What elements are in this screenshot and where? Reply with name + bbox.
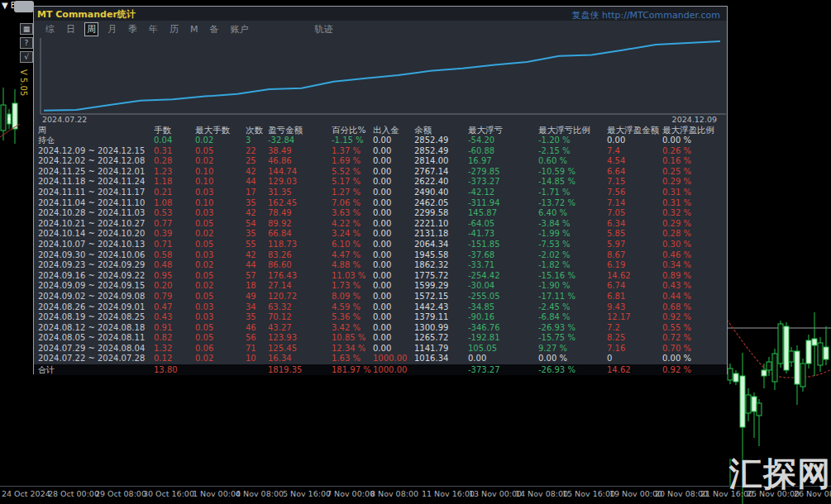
stat-value: 0.20 xyxy=(154,281,195,292)
stat-value: 1016.34 xyxy=(414,354,468,364)
screen: ▼ E ▦ ? √ V 5.05 24 Oct xyxy=(0,0,831,504)
week-label: 2024.09.30 ~ 2024.10.06 xyxy=(38,250,154,261)
stat-value: 34 xyxy=(246,302,268,313)
stat-value: -15.75 % xyxy=(538,333,607,344)
stat-value: 5.97 xyxy=(607,240,662,250)
stat-value: -2.02 % xyxy=(538,250,607,261)
stat-value: 0.82 xyxy=(154,333,195,344)
stat-value: 0.29 % xyxy=(662,219,727,230)
col-header: 盈亏金额 xyxy=(268,125,332,136)
toolbar-item-日[interactable]: 日 xyxy=(66,23,75,36)
col-header: 最大浮盈金额 xyxy=(607,125,662,136)
stat-value: 0.00 xyxy=(373,312,414,323)
stat-value: 2131.18 xyxy=(414,229,468,240)
stat-value: 0.05 xyxy=(195,333,246,344)
stat-value: -254.42 xyxy=(468,271,538,282)
toolbar-item-历[interactable]: 历 xyxy=(170,23,179,36)
stat-value: 38.49 xyxy=(268,146,332,157)
toolbar-item-账户[interactable]: 账户 xyxy=(231,23,249,36)
stat-value: 7.2 xyxy=(607,323,662,334)
table-row: 2024.11.18 ~ 2024.11.241.180.1044129.035… xyxy=(34,177,727,188)
stat-value: 0.00 xyxy=(373,136,414,146)
stat-value: 46 xyxy=(246,323,268,334)
stat-value: 0.03 xyxy=(195,208,246,219)
indicator-button[interactable]: ▦ xyxy=(20,23,33,35)
stat-value: 0.00 xyxy=(468,354,538,364)
stat-value: 0.71 xyxy=(154,240,195,250)
stat-value: -41.73 xyxy=(468,229,538,240)
stat-value: -255.05 xyxy=(468,292,538,302)
table-row: 2024.12.02 ~ 2024.12.080.280.022546.861.… xyxy=(34,156,727,167)
stat-value: 3.63 % xyxy=(332,208,373,219)
time-axis-label: 14 Nov 08:00 xyxy=(515,489,568,498)
confirm-button[interactable]: √ xyxy=(20,51,33,63)
toolbar-item-周[interactable]: 周 xyxy=(84,22,98,36)
stat-value: 1442.43 xyxy=(414,302,468,313)
stat-value: -14.85 % xyxy=(538,177,607,188)
stat-value: 0.00 xyxy=(373,344,414,354)
toolbar-item-月[interactable]: 月 xyxy=(107,23,117,36)
stat-value: 1.27 % xyxy=(332,188,373,198)
stat-value: 0.00 xyxy=(373,250,414,261)
stat-value: 1379.11 xyxy=(414,312,468,323)
stat-value: 105.05 xyxy=(468,344,538,354)
left-candlestick-chart xyxy=(0,83,20,147)
table-row: 2024.11.04 ~ 2024.11.101.080.1035162.457… xyxy=(34,198,727,209)
table-total-row: 合计13.801819.35181.97 %1000.00-373.27-26.… xyxy=(34,364,727,375)
stat-value: 0.03 xyxy=(195,312,246,323)
stat-value: 123.93 xyxy=(268,333,332,344)
stat-value: 0.00 xyxy=(373,146,414,157)
stat-value: 4.54 xyxy=(607,156,662,167)
stat-value: -346.76 xyxy=(468,323,538,334)
week-label: 2024.10.28 ~ 2024.11.03 xyxy=(38,208,154,219)
stat-value: 16.34 xyxy=(268,354,332,364)
stat-value: 0.25 % xyxy=(662,167,727,178)
stat-value: 1819.35 xyxy=(268,364,332,375)
stat-value: 144.74 xyxy=(268,167,332,178)
stat-value: -33.71 xyxy=(468,260,538,271)
toolbar-item-trajectory[interactable]: 轨迹 xyxy=(315,23,333,36)
stat-value: 0.68 % xyxy=(662,302,727,313)
stat-value: 0.39 xyxy=(154,229,195,240)
toolbar-item-季[interactable]: 季 xyxy=(128,23,137,36)
stat-value: 71 xyxy=(246,344,268,354)
stat-value: 86.60 xyxy=(268,260,332,271)
stat-value: 14.62 xyxy=(607,271,662,282)
stat-value: 5.17 % xyxy=(332,177,373,188)
stat-value: 35 xyxy=(246,198,268,209)
stat-value: 1.69 % xyxy=(332,156,373,167)
stat-value: 2814.00 xyxy=(414,156,468,167)
stat-value: 0.00 xyxy=(373,292,414,302)
stat-value: 0.70 % xyxy=(662,344,727,354)
stat-value: 0.00 xyxy=(373,219,414,230)
stat-value: 2852.49 xyxy=(414,146,468,157)
table-row: 2024.09.16 ~ 2024.09.220.950.0557176.431… xyxy=(34,271,727,282)
stat-value: 6.10 % xyxy=(332,240,373,250)
toolbar-item-M[interactable]: M xyxy=(190,24,198,35)
stat-value: -1.99 % xyxy=(538,229,607,240)
stat-value: 1572.15 xyxy=(414,292,468,302)
week-label: 2024.10.21 ~ 2024.10.27 xyxy=(38,219,154,230)
stat-value: -26.93 % xyxy=(538,364,607,375)
col-header: 余额 xyxy=(414,125,468,136)
stat-value: 1775.72 xyxy=(414,271,468,282)
stat-value: 0.16 % xyxy=(662,156,727,167)
vendor-link[interactable]: 复盘侠 http://MTCommander.com xyxy=(571,9,720,21)
stat-value: 125.45 xyxy=(268,344,332,354)
toolbar-item-备[interactable]: 备 xyxy=(210,23,219,36)
stat-value: 0.05 xyxy=(195,146,246,157)
stat-value: 0.05 xyxy=(195,323,246,334)
toolbar-item-综[interactable]: 综 xyxy=(45,23,55,36)
week-label: 2024.08.19 ~ 2024.08.25 xyxy=(38,312,154,323)
one-click-trading-box[interactable] xyxy=(14,1,34,12)
toolbar-item-年[interactable]: 年 xyxy=(149,23,158,36)
panel-titlebar[interactable]: MT Commander统计 复盘侠 http://MTCommander.co… xyxy=(34,7,727,21)
stat-value: 35 xyxy=(246,229,268,240)
week-label: 2024.10.14 ~ 2024.10.20 xyxy=(38,229,154,240)
stat-value: 18 xyxy=(246,281,268,292)
stat-value: 6.19 xyxy=(607,260,662,271)
stat-value: 5.85 xyxy=(607,229,662,240)
stat-value: 0.48 xyxy=(154,260,195,271)
equity-chart xyxy=(36,38,726,115)
help-button[interactable]: ? xyxy=(20,37,33,49)
